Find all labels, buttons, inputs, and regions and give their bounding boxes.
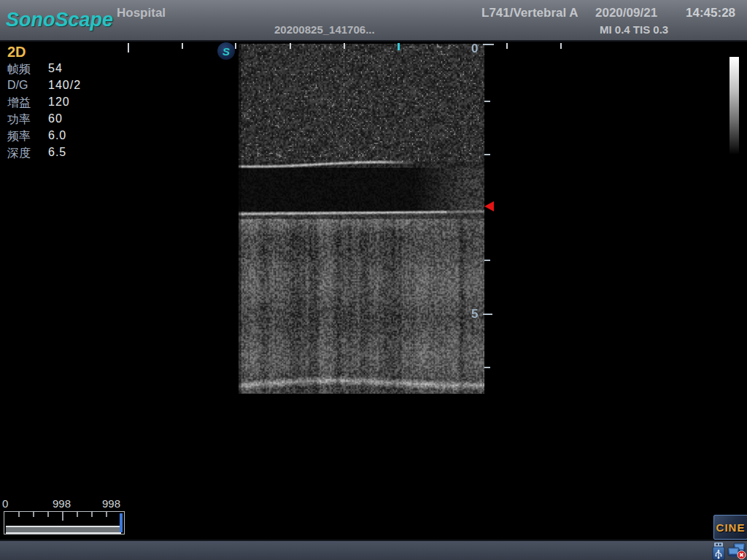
hospital-name: Hospital [117, 6, 166, 20]
taskbar [0, 540, 747, 560]
depth-tick [483, 314, 492, 315]
cine-current-frame: 998 [53, 497, 71, 510]
param-row-power: 功率 60 [7, 112, 124, 129]
param-row-frequency: 频率 6.0 [7, 129, 124, 146]
param-value: 6.5 [48, 146, 66, 159]
param-row-framerate: 帧频 54 [7, 62, 124, 79]
param-value: 60 [48, 112, 63, 125]
depth-tick [484, 101, 490, 102]
ultrasound-image [239, 44, 484, 394]
scrubber-tick [91, 512, 93, 517]
usb-icon[interactable] [711, 542, 727, 560]
ruler-tick [290, 43, 291, 49]
sonoscape-s-watermark-icon: S [217, 42, 235, 60]
time-display: 14:45:28 [686, 6, 735, 20]
ruler-tick [506, 43, 508, 49]
focus-marker-icon [484, 201, 494, 211]
param-label: 增益 [7, 96, 31, 111]
scrubber-tick [77, 512, 78, 517]
param-row-gain: 增益 120 [7, 96, 124, 112]
param-row-depth: 深度 6.5 [7, 146, 124, 163]
mode-label: 2D [7, 44, 26, 61]
depth-tick [484, 367, 490, 368]
depth-tick [483, 44, 494, 45]
network-error-icon[interactable] [727, 542, 746, 560]
param-label: 功率 [7, 112, 31, 128]
depth-tick [484, 260, 490, 261]
param-value: 140/2 [48, 79, 81, 92]
depth-tick [484, 154, 490, 155]
scrubber-tick [47, 512, 49, 517]
ruler-tick [560, 43, 562, 49]
scrubber-tick [62, 512, 63, 521]
date-display: 2020/09/21 [595, 6, 657, 20]
cine-progress-bar [6, 526, 121, 534]
depth-label-0: 0 [471, 42, 478, 56]
ruler-tick [128, 43, 129, 52]
scrubber-tick [106, 512, 107, 517]
ruler-tick [344, 43, 345, 49]
cine-scrubber[interactable] [4, 511, 125, 534]
probe-orientation-marker [398, 43, 400, 50]
cine-total-frames: 998 [102, 497, 120, 510]
mi-tis-display: MI 0.4 TIS 0.3 [600, 23, 668, 36]
watermark-letter: S [222, 46, 230, 57]
cine-button[interactable]: CINE [713, 515, 747, 540]
ultrasound-screen: SonoScape Hospital 20200825_141706... L7… [0, 0, 747, 560]
param-row-dg: D/G 140/2 [7, 79, 124, 96]
cine-start-frame: 0 [2, 497, 8, 510]
param-label: 频率 [7, 129, 31, 144]
cine-position-marker[interactable] [120, 513, 123, 532]
ruler-tick [235, 43, 236, 49]
ruler-tick [182, 43, 183, 49]
param-value: 54 [48, 62, 63, 75]
depth-label-5: 5 [471, 307, 478, 322]
param-value: 6.0 [48, 129, 66, 142]
probe-preset: L741/Vertebral A [481, 6, 578, 20]
param-value: 120 [48, 96, 70, 109]
param-label: 深度 [7, 146, 31, 161]
header-bar: SonoScape Hospital 20200825_141706... L7… [0, 0, 747, 42]
param-label: D/G [7, 79, 28, 92]
scrubber-tick [18, 512, 20, 517]
exam-id: 20200825_141706... [274, 23, 375, 36]
param-label: 帧频 [7, 62, 31, 77]
grayscale-bar [729, 57, 739, 155]
sonoscape-logo: SonoScape [6, 9, 113, 31]
scrubber-tick [33, 512, 34, 517]
